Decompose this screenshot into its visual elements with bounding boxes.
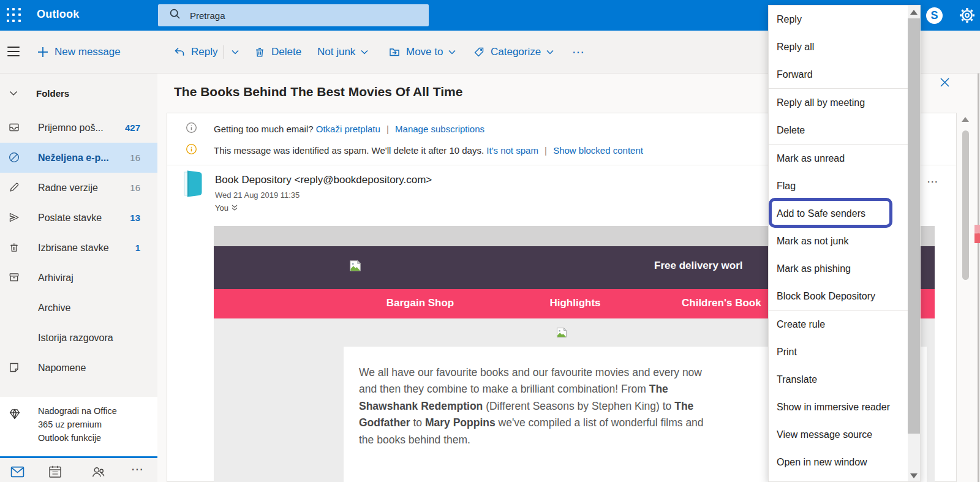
recipient-toggle[interactable]: You (215, 203, 238, 213)
reading-pane-scrollbar[interactable] (962, 130, 969, 280)
message-context-menu: ReplyReply allForwardReply all by meetin… (768, 5, 921, 482)
reply-icon (173, 46, 186, 58)
toolbar-overflow-button[interactable]: ⋯ (572, 31, 585, 73)
sidebar-folder-radne-verzije[interactable]: Radne verzije16 (0, 173, 157, 203)
reply-button[interactable]: Reply (173, 31, 217, 73)
menu-item-delete[interactable]: Delete (769, 116, 909, 144)
search-input[interactable]: Pretraga (158, 4, 429, 26)
menu-item-mark-as-unread[interactable]: Mark as unread (769, 145, 909, 172)
menu-item-add-to-safe-senders[interactable]: Add to Safe senders (769, 200, 909, 227)
sidebar-folder-arhiviraj[interactable]: Arhiviraj (0, 263, 157, 293)
close-reading-pane-button[interactable] (939, 77, 951, 91)
menu-item-forward[interactable]: Forward (769, 61, 909, 88)
chevron-down-icon (361, 50, 368, 55)
message-more-actions-button[interactable]: ⋯ (927, 175, 939, 189)
app-launcher-icon[interactable] (7, 8, 21, 23)
module-switcher: ⋯ (0, 461, 157, 482)
people-module-icon[interactable] (91, 464, 106, 482)
chevron-down-icon (9, 90, 18, 97)
move-to-button[interactable]: Move to (388, 31, 456, 73)
sidebar-folder-poslate-stavke[interactable]: Poslate stavke13 (0, 203, 157, 233)
menu-item-reply-all[interactable]: Reply all (769, 33, 909, 61)
menu-item-block-book-depository[interactable]: Block Book Depository (769, 282, 909, 310)
email-nav-link[interactable]: Bargain Shop (386, 297, 454, 309)
menu-item-translate[interactable]: Translate (769, 366, 909, 393)
premium-diamond-icon (8, 407, 21, 421)
toolbar-divider (224, 45, 224, 59)
sidebar-folder-istorija-razgovora[interactable]: Istorija razgovora (0, 323, 157, 353)
module-switcher-underline (0, 456, 157, 458)
hamburger-menu-icon[interactable] (7, 47, 20, 59)
menu-item-reply-all-by-meeting[interactable]: Reply all by meeting (769, 89, 909, 116)
app-title: Outlook (37, 8, 79, 21)
email-body-line: We all have our favourite books and our … (359, 364, 704, 381)
plus-icon (37, 46, 49, 58)
email-nav-link[interactable]: Children's Book (682, 297, 761, 309)
upgrade-to-office-banner[interactable]: Nadogradi na Office365 uz premiumOutlook… (0, 397, 157, 456)
scrollbar-thumb[interactable] (908, 18, 920, 434)
categorize-button[interactable]: Categorize (473, 31, 554, 73)
menu-item-flag[interactable]: Flag (769, 172, 909, 200)
email-body-text: We all have our favourite books and our … (359, 364, 704, 448)
settings-gear-icon[interactable] (958, 6, 976, 27)
content-sliver (974, 225, 980, 233)
sidebar-folder-napomene[interactable]: Napomene (0, 353, 157, 383)
trash-icon (8, 241, 20, 254)
new-message-button[interactable]: New message (37, 31, 121, 73)
more-modules-icon[interactable]: ⋯ (131, 462, 145, 476)
unsubscribe-link[interactable]: Otkaži pretplatu (316, 124, 380, 134)
folder-list: Prijemno poš...427Neželjena e-p...16Radn… (0, 113, 157, 383)
scrollbar-up-arrow[interactable] (962, 117, 969, 122)
sender-name[interactable]: Book Depository <reply@bookdepository.co… (215, 174, 432, 186)
sidebar-folder-ne-eljena-e-p-[interactable]: Neželjena e-p...16 (0, 143, 157, 173)
mail-module-icon[interactable] (10, 464, 25, 482)
menu-item-create-rule[interactable]: Create rule (769, 311, 909, 338)
search-placeholder: Pretraga (190, 10, 225, 21)
email-nav-link[interactable]: Highlights (549, 297, 600, 309)
not-spam-link[interactable]: It's not spam (486, 145, 538, 156)
sidebar-folder-archive[interactable]: Archive (0, 293, 157, 323)
folder-count: 1 (135, 243, 140, 253)
delete-button[interactable]: Delete (254, 31, 301, 73)
folder-count: 427 (125, 122, 140, 133)
note-icon (8, 361, 20, 374)
folders-header[interactable]: Folders (0, 81, 157, 105)
scrollbar-up-arrow[interactable] (910, 10, 918, 15)
inbox-icon (8, 121, 20, 134)
sidebar-folder-prijemno-po-[interactable]: Prijemno poš...427 (0, 113, 157, 143)
chevron-down-icon (448, 50, 456, 55)
context-menu-items: ReplyReply allForwardReply all by meetin… (769, 6, 909, 476)
outlook-window: Outlook Pretraga S (0, 0, 980, 482)
broken-image-icon (556, 326, 568, 341)
menu-item-print[interactable]: Print (769, 338, 909, 366)
manage-subscriptions-link[interactable]: Manage subscriptions (395, 124, 484, 134)
sidebar-folder-izbrisane-stavke[interactable]: Izbrisane stavke1 (0, 233, 157, 263)
email-body-line: the books behind them. (359, 432, 704, 448)
menu-item-view-message-source[interactable]: View message source (769, 421, 909, 448)
folder-label: Poslate stavke (38, 213, 102, 224)
skype-icon[interactable]: S (926, 7, 943, 24)
drafts-icon (8, 181, 20, 194)
scrollbar-down-arrow[interactable] (910, 473, 918, 478)
menu-item-reply[interactable]: Reply (769, 6, 909, 33)
calendar-module-icon[interactable] (48, 464, 62, 481)
menu-scrollbar[interactable] (908, 6, 920, 481)
junk-icon (8, 151, 20, 164)
folder-label: Izbrisane stavke (38, 243, 109, 254)
tag-icon (473, 46, 485, 58)
show-blocked-content-link[interactable]: Show blocked content (553, 145, 643, 156)
message-subject: The Books Behind The Best Movies Of All … (174, 85, 462, 99)
reply-dropdown-chevron[interactable] (232, 31, 239, 73)
menu-item-mark-as-phishing[interactable]: Mark as phishing (769, 255, 909, 282)
menu-item-show-in-immersive-reader[interactable]: Show in immersive reader (769, 393, 909, 421)
not-junk-button[interactable]: Not junk (317, 31, 368, 73)
menu-item-mark-as-not-junk[interactable]: Mark as not junk (769, 227, 909, 255)
folder-count: 16 (130, 183, 140, 193)
double-chevron-down-icon (232, 205, 238, 211)
folder-label: Napomene (38, 363, 86, 374)
search-icon (169, 8, 181, 23)
email-body-line: Shawshank Redemption (Different Seasons … (359, 398, 704, 415)
folder-label: Prijemno poš... (38, 122, 104, 134)
menu-item-open-in-new-window[interactable]: Open in new window (769, 448, 909, 476)
window-scrollbar[interactable] (978, 31, 979, 482)
